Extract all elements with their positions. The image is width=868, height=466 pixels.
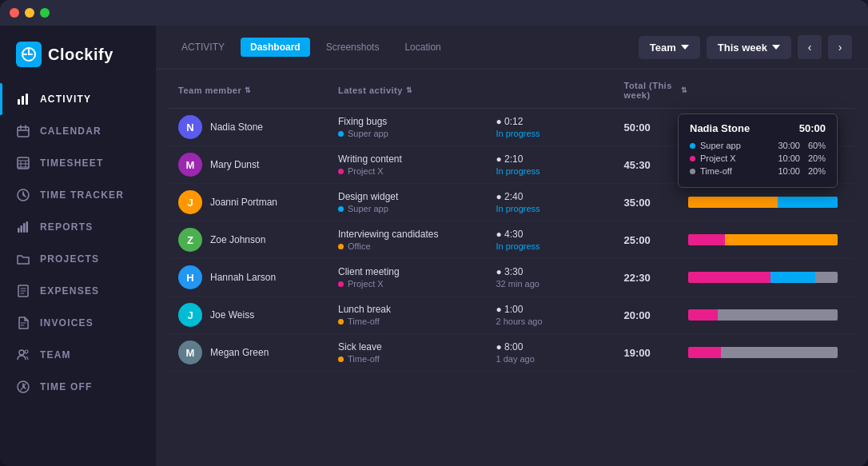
tooltip-dot: [690, 169, 695, 174]
minimize-button[interactable]: [25, 8, 34, 18]
svg-rect-2: [22, 96, 24, 105]
status-text: In progress: [496, 204, 540, 213]
activity-project: Time-off: [338, 317, 496, 326]
project-dot: [338, 281, 344, 287]
sidebar-item-expenses[interactable]: EXPENSES: [0, 275, 156, 307]
sidebar-item-activity[interactable]: ACTIVITY: [0, 83, 156, 115]
close-button[interactable]: [10, 8, 19, 18]
sidebar-item-time-tracker[interactable]: TIME TRACKER: [0, 179, 156, 211]
status-text: 32 min ago: [496, 279, 540, 289]
table-row[interactable]: J Joe Weiss Lunch break Time-off ● 1:00 …: [169, 297, 855, 334]
progress-bar: [688, 234, 838, 245]
tooltip-item-pct: 60%: [808, 141, 826, 150]
tooltip-item-pct: 20%: [808, 166, 826, 176]
sidebar-item-timesheet[interactable]: TIMESHEET: [0, 147, 156, 179]
project-name: Super app: [348, 129, 388, 138]
table-row[interactable]: Z Zoe Johnson Interviewing candidates Of…: [169, 221, 855, 259]
bar-segment: [688, 197, 778, 208]
receipt-icon: [16, 284, 30, 298]
progress-bar: [688, 197, 838, 208]
status-text: 2 hours ago: [496, 317, 543, 326]
activity-name: Fixing bugs: [338, 116, 496, 127]
time-cell: ● 0:12 In progress: [496, 116, 624, 138]
bar-container: [688, 234, 846, 245]
member-cell: J Joanni Portman: [178, 190, 338, 214]
member-cell: H Hannah Larson: [178, 265, 338, 289]
project-dot: [338, 244, 344, 249]
tab-location[interactable]: Location: [395, 38, 450, 57]
elapsed-time: ● 2:10: [496, 153, 524, 165]
status-text: In progress: [496, 129, 540, 138]
activity-name: Sick leave: [338, 341, 496, 352]
header-time: [496, 81, 624, 100]
tooltip-item-time: 30:00: [778, 141, 800, 150]
elapsed-time: ● 2:40: [496, 191, 524, 202]
activity-cell: Interviewing candidates Office: [338, 229, 496, 251]
prev-period-button[interactable]: ‹: [798, 35, 822, 59]
project-name: Super app: [348, 204, 388, 213]
avatar: J: [178, 303, 202, 327]
main-content: ACTIVITY Dashboard Screenshots Location …: [156, 26, 868, 466]
status-text: In progress: [496, 241, 540, 251]
time-cell: ● 8:00 1 day ago: [496, 341, 624, 364]
sidebar-item-team[interactable]: TEAM: [0, 339, 156, 371]
progress-bar: [688, 347, 838, 358]
bar-segment: [688, 347, 721, 358]
table-header: Team member ⇅ Latest activity ⇅ Total (T…: [169, 73, 855, 109]
bar-segment: [718, 309, 838, 321]
maximize-button[interactable]: [40, 8, 50, 18]
project-name: Time-off: [348, 317, 380, 326]
sidebar-item-time-off[interactable]: TIME OFF: [0, 371, 156, 403]
avatar: Z: [178, 228, 202, 252]
member-cell: M Mary Dunst: [178, 153, 338, 177]
svg-rect-9: [23, 223, 26, 233]
tab-activity[interactable]: ACTIVITY: [172, 38, 234, 57]
table-row[interactable]: N Nadia Stone Fixing bugs Super app ● 0:…: [169, 109, 855, 146]
tooltip-item-time: 10:00: [778, 166, 800, 176]
activity-cell: Fixing bugs Super app: [338, 116, 496, 138]
sidebar-item-projects[interactable]: PROJECTS: [0, 243, 156, 275]
header-member: Team member ⇅: [178, 81, 338, 100]
logo-icon: [16, 42, 42, 67]
total-time: 25:00: [624, 234, 688, 246]
sort-icon-activity: ⇅: [406, 86, 413, 94]
team-filter-button[interactable]: Team: [639, 36, 700, 59]
table-row[interactable]: H Hannah Larson Client meeting Project X…: [169, 259, 855, 297]
total-time: 20:00: [624, 309, 688, 321]
bar-segment: [688, 309, 719, 321]
tooltip-item-label: Time-off: [700, 166, 732, 176]
tab-screenshots[interactable]: Screenshots: [317, 38, 389, 57]
status-text: 1 day ago: [496, 354, 535, 364]
sidebar-label-time-off: TIME OFF: [40, 381, 93, 392]
logo-area: Clockify: [0, 32, 156, 83]
filter-controls: Team This week ‹ ›: [639, 35, 852, 59]
tooltip-header: Nadia Stone 50:00: [690, 122, 826, 134]
member-cell: J Joe Weiss: [178, 303, 338, 327]
time-cell: ● 4:30 In progress: [496, 229, 624, 251]
sidebar-item-reports[interactable]: REPORTS: [0, 211, 156, 243]
member-name: Hannah Larson: [210, 272, 276, 283]
sidebar-item-calendar[interactable]: CALENDAR: [0, 115, 156, 147]
avatar: M: [178, 341, 202, 364]
calendar-icon: [16, 124, 30, 138]
member-name: Joe Weiss: [210, 309, 254, 321]
tab-dashboard[interactable]: Dashboard: [241, 38, 310, 57]
svg-rect-3: [26, 94, 28, 105]
status-text: In progress: [496, 166, 540, 176]
chart-bar-icon: [16, 92, 30, 106]
sidebar-item-invoices[interactable]: INVOICES: [0, 307, 156, 339]
activity-cell: Lunch break Time-off: [338, 304, 496, 326]
svg-rect-1: [18, 99, 20, 105]
sidebar-label-calendar: CALENDAR: [40, 125, 102, 137]
elapsed-time: ● 1:00: [496, 304, 524, 315]
svg-rect-10: [26, 221, 29, 233]
sort-icon-total: ⇅: [681, 86, 688, 94]
table-row[interactable]: J Joanni Portman Design widget Super app…: [169, 184, 855, 221]
elapsed-time: ● 8:00: [496, 341, 524, 352]
tooltip-item: Project X 10:00 20%: [690, 153, 826, 163]
table-row[interactable]: M Megan Green Sick leave Time-off ● 8:00…: [169, 334, 855, 372]
bar-segment: [815, 272, 838, 283]
elapsed-time: ● 0:12: [496, 116, 524, 127]
next-period-button[interactable]: ›: [828, 35, 852, 59]
period-filter-button[interactable]: This week: [707, 36, 791, 59]
